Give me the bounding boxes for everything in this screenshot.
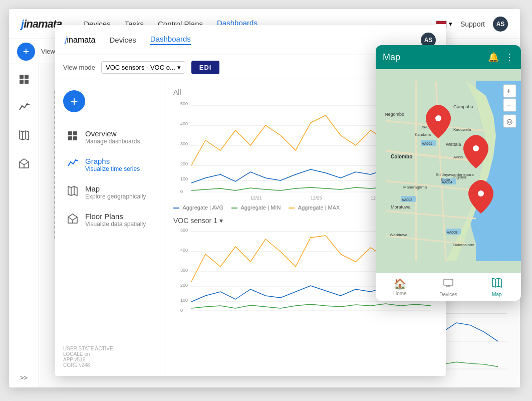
svg-rect-3 bbox=[25, 80, 29, 84]
back-sidebar: >> bbox=[9, 64, 39, 387]
floor-icon bbox=[67, 213, 79, 227]
overview-subtitle: Manage dashboards bbox=[85, 138, 140, 145]
svg-rect-19 bbox=[73, 131, 77, 135]
nav-item-graphs[interactable]: Graphs Visualize time series bbox=[63, 152, 157, 177]
svg-line-8 bbox=[24, 162, 29, 165]
map-subtitle: Explore geographically bbox=[85, 193, 146, 200]
floor-subtitle: Visualize data spatially bbox=[85, 221, 146, 228]
mid-nav-devices[interactable]: Devices bbox=[109, 36, 136, 44]
home-icon: 🏠 bbox=[394, 278, 406, 290]
back-nav-right: ▾ Support AS bbox=[436, 17, 508, 32]
svg-text:12/21: 12/21 bbox=[250, 195, 262, 200]
svg-text:300: 300 bbox=[180, 141, 188, 146]
notification-icon[interactable]: 🔔 bbox=[488, 52, 499, 63]
svg-text:200: 200 bbox=[180, 161, 188, 166]
svg-text:Colombo: Colombo bbox=[391, 154, 412, 159]
svg-line-25 bbox=[68, 217, 73, 220]
svg-text:−: − bbox=[506, 101, 511, 109]
svg-text:Moratuwa: Moratuwa bbox=[391, 205, 411, 210]
graphs-subtitle: Visualize time series bbox=[85, 165, 140, 172]
svg-text:Kandana: Kandana bbox=[415, 132, 431, 137]
map-svg: AA001 AA004 AA002 AA008 Negombo Gampaha … bbox=[376, 69, 521, 273]
mobile-title: Map bbox=[383, 52, 400, 63]
svg-text:0: 0 bbox=[180, 308, 183, 313]
more-icon[interactable]: ⋮ bbox=[505, 52, 514, 63]
mobile-nav-home[interactable]: 🏠 Home bbox=[376, 273, 424, 301]
svg-rect-97 bbox=[444, 279, 453, 285]
support-link[interactable]: Support bbox=[460, 20, 485, 28]
svg-text:12/25: 12/25 bbox=[311, 195, 322, 200]
svg-text:0: 0 bbox=[180, 189, 183, 194]
svg-text:300: 300 bbox=[180, 268, 188, 273]
svg-line-7 bbox=[20, 162, 24, 165]
svg-rect-18 bbox=[68, 131, 72, 135]
map-icon bbox=[67, 185, 79, 199]
svg-point-89 bbox=[473, 145, 479, 151]
svg-text:Wattala: Wattala bbox=[446, 142, 461, 147]
mobile-nav-map[interactable]: Map bbox=[472, 273, 521, 301]
svg-marker-22 bbox=[68, 186, 77, 195]
svg-rect-0 bbox=[20, 75, 24, 79]
svg-text:Aviss: Aviss bbox=[453, 155, 463, 159]
mid-add-button[interactable]: + bbox=[63, 90, 85, 112]
svg-text:+: + bbox=[506, 87, 511, 95]
overview-icon bbox=[67, 130, 79, 144]
svg-text:Ingiriya: Ingiriya bbox=[453, 175, 466, 179]
overview-title: Overview bbox=[85, 129, 140, 138]
svg-text:100: 100 bbox=[180, 298, 188, 303]
mid-nav-dashboards[interactable]: Dashboards bbox=[150, 35, 191, 45]
svg-point-88 bbox=[435, 115, 441, 121]
map-label: Map bbox=[492, 292, 501, 297]
svg-text:400: 400 bbox=[180, 248, 188, 253]
mid-nav-links: Devices Dashboards bbox=[109, 35, 190, 45]
sidebar-icon-graph[interactable] bbox=[15, 98, 33, 116]
sidebar-expand[interactable]: >> bbox=[20, 374, 28, 381]
svg-text:Maharagama: Maharagama bbox=[403, 185, 427, 189]
nav-item-overview[interactable]: Overview Manage dashboards bbox=[63, 124, 157, 150]
map-nav-icon bbox=[491, 277, 502, 291]
nav-item-map[interactable]: Map Explore geographically bbox=[63, 179, 157, 205]
graphs-icon bbox=[67, 158, 79, 171]
svg-text:AA002: AA002 bbox=[402, 198, 412, 202]
floor-title: Floor Plans bbox=[85, 212, 146, 221]
svg-text:500: 500 bbox=[180, 101, 188, 106]
svg-text:Wadduwa: Wadduwa bbox=[390, 233, 408, 237]
svg-rect-21 bbox=[73, 136, 77, 140]
svg-line-26 bbox=[73, 217, 77, 220]
mobile-header: Map 🔔 ⋮ bbox=[376, 45, 521, 69]
svg-rect-1 bbox=[25, 75, 29, 79]
svg-marker-100 bbox=[492, 278, 501, 287]
devices-label: Devices bbox=[439, 292, 457, 297]
mobile-nav-devices[interactable]: Devices bbox=[424, 273, 473, 301]
user-avatar: AS bbox=[493, 17, 508, 32]
devices-icon bbox=[443, 277, 454, 291]
add-button[interactable]: + bbox=[17, 43, 35, 61]
svg-text:AA008: AA008 bbox=[447, 231, 457, 234]
svg-text:Negombo: Negombo bbox=[385, 112, 404, 117]
mid-edit-button[interactable]: EDI bbox=[191, 61, 220, 74]
mobile-window: Map 🔔 ⋮ bbox=[376, 45, 521, 301]
mobile-header-icons: 🔔 ⋮ bbox=[488, 52, 514, 63]
mid-view-mode-select[interactable]: VOC sensors - VOC o... ▾ bbox=[101, 61, 185, 74]
mid-logo: jinamata bbox=[65, 36, 95, 45]
graphs-title: Graphs bbox=[85, 157, 140, 165]
svg-text:◎: ◎ bbox=[506, 117, 512, 125]
mobile-bottom-nav: 🏠 Home Devices Map bbox=[376, 273, 521, 301]
map-background: AA001 AA004 AA002 AA008 Negombo Gampaha … bbox=[376, 69, 521, 273]
home-label: Home bbox=[393, 291, 407, 296]
mid-view-mode-label: View mode bbox=[63, 64, 95, 71]
sidebar-icon-floor[interactable] bbox=[15, 154, 33, 172]
svg-text:200: 200 bbox=[180, 283, 188, 288]
version-info: USER STATE ACTIVE LOCALE en APP v516 COR… bbox=[63, 346, 113, 368]
svg-rect-2 bbox=[20, 80, 24, 84]
svg-text:400: 400 bbox=[180, 121, 188, 126]
svg-text:500: 500 bbox=[180, 228, 188, 233]
nav-item-floor[interactable]: Floor Plans Visualize data spatially bbox=[63, 207, 157, 233]
svg-rect-20 bbox=[68, 136, 72, 140]
svg-point-90 bbox=[478, 190, 484, 196]
svg-text:Gampaha: Gampaha bbox=[453, 104, 473, 109]
svg-text:Kaduwela: Kaduwela bbox=[453, 127, 471, 132]
sidebar-icon-grid[interactable] bbox=[15, 70, 33, 88]
sidebar-icon-map[interactable] bbox=[15, 126, 33, 144]
map-title: Map bbox=[85, 184, 146, 193]
